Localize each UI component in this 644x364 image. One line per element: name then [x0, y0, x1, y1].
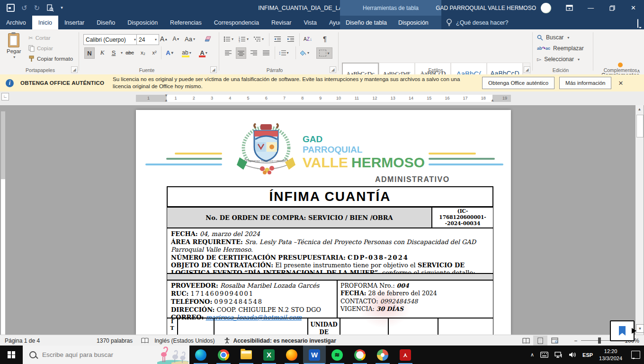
touch-keyboard-icon[interactable]: [540, 352, 548, 358]
tray-language[interactable]: ESP: [582, 352, 593, 358]
cut-button[interactable]: ✂ Cortar: [28, 33, 51, 43]
zoom-slider-thumb[interactable]: [598, 337, 601, 344]
taskbar-firefox-icon[interactable]: [280, 346, 303, 364]
show-marks-button[interactable]: ¶: [320, 34, 330, 44]
tab-disposicion-tabla[interactable]: Disposición: [393, 16, 434, 29]
undo-icon[interactable]: ↺: [21, 4, 27, 11]
document-page[interactable]: VALLE HERMOSO TURÍSTICO Y PRODUCTIVO GAD…: [136, 110, 511, 335]
print-preview-icon[interactable]: [46, 4, 54, 12]
zoom-out-icon[interactable]: −: [574, 337, 577, 344]
save-icon[interactable]: [7, 4, 15, 12]
scrollbar-thumb[interactable]: [636, 115, 644, 137]
highlight-button[interactable]: ab ▾: [182, 47, 191, 58]
tray-show-hidden-icon[interactable]: ∧: [530, 352, 534, 358]
borders-button[interactable]: ▾: [316, 47, 332, 59]
dismiss-warning-icon[interactable]: ✕: [618, 80, 623, 87]
superscript-button[interactable]: x²: [150, 47, 159, 58]
format-painter-button[interactable]: Copiar formato: [28, 54, 73, 64]
tab-inicio[interactable]: Inicio: [32, 16, 58, 29]
more-info-button[interactable]: Más información: [559, 77, 611, 89]
taskbar-word-icon[interactable]: W: [303, 346, 326, 364]
scroll-down-icon[interactable]: ▼: [636, 324, 644, 333]
tab-referencias[interactable]: Referencias: [164, 16, 208, 29]
vertical-scrollbar[interactable]: ▲ ▼: [635, 105, 644, 335]
tab-stop-selector[interactable]: ∟: [1, 93, 9, 100]
proofing-icon[interactable]: [141, 337, 149, 344]
shading-button[interactable]: ▾: [299, 47, 309, 58]
accessibility-icon[interactable]: [224, 337, 231, 344]
tab-vista[interactable]: Vista: [297, 16, 323, 29]
justify-button[interactable]: [261, 47, 271, 58]
close-button[interactable]: ✕: [623, 0, 644, 16]
first-line-indent-marker[interactable]: ▼: [164, 94, 168, 98]
account-avatar[interactable]: [541, 3, 551, 13]
horizontal-ruler[interactable]: 1 123456789101112131415161718 19 ▼ ▲ ▲: [136, 95, 511, 102]
increase-indent-button[interactable]: [286, 34, 295, 44]
collapse-ribbon-icon[interactable]: ∧: [637, 68, 640, 73]
paragraph-dialog-launcher-icon[interactable]: ◢: [330, 66, 336, 73]
font-dialog-launcher-icon[interactable]: ◢: [210, 66, 217, 73]
copy-button[interactable]: Copiar: [28, 44, 53, 53]
find-button[interactable]: Buscar ▾: [537, 34, 569, 41]
web-layout-icon[interactable]: [547, 336, 562, 346]
hanging-indent-marker[interactable]: ▲: [164, 99, 168, 102]
ribbon-display-options-icon[interactable]: [559, 0, 580, 16]
taskbar-chrome-profile-icon[interactable]: [349, 346, 371, 364]
align-left-button[interactable]: [224, 47, 233, 58]
network-icon[interactable]: [555, 352, 563, 358]
bullets-button[interactable]: ▾: [224, 34, 233, 44]
vertical-ruler[interactable]: 321 123456: [1, 111, 5, 335]
taskbar-excel-icon[interactable]: X: [258, 346, 280, 364]
taskbar-acrobat-icon[interactable]: ⋏: [394, 346, 417, 364]
tab-disposicion[interactable]: Disposición: [121, 16, 164, 29]
shrink-font-button[interactable]: A▼: [171, 34, 181, 44]
font-family-combo[interactable]: Calibri (Cuerpo) ▾: [83, 34, 138, 45]
grow-font-button[interactable]: A▲: [159, 34, 169, 44]
taskbar-search[interactable]: [23, 346, 189, 364]
search-input[interactable]: [41, 351, 152, 359]
clipboard-dialog-launcher-icon[interactable]: ◢: [71, 66, 78, 73]
align-right-button[interactable]: [249, 47, 259, 58]
paste-button[interactable]: Pegar ▾: [4, 31, 24, 61]
word-count[interactable]: 1370 palabras: [97, 337, 133, 344]
tab-diseno-de-tabla[interactable]: Diseño de tabla: [340, 16, 393, 29]
action-center-icon[interactable]: [631, 351, 640, 359]
taskbar-spotify-icon[interactable]: ≋: [326, 346, 349, 364]
restore-button[interactable]: [601, 0, 623, 16]
taskbar-explorer-icon[interactable]: [235, 346, 258, 364]
styles-dialog-launcher-icon[interactable]: ◢: [524, 66, 530, 73]
taskbar-paint-icon[interactable]: [371, 346, 394, 364]
get-office-button[interactable]: Obtenga Office auténtico: [482, 77, 555, 89]
clear-formatting-button[interactable]: [204, 34, 213, 44]
taskbar-edge-icon[interactable]: [189, 346, 212, 364]
volume-icon[interactable]: [569, 352, 576, 358]
italic-button[interactable]: K: [98, 47, 107, 58]
print-layout-icon[interactable]: [533, 336, 547, 346]
tell-me-box[interactable]: ¿Qué desea hacer?: [446, 16, 509, 29]
minimize-button[interactable]: —: [580, 0, 601, 16]
redo-icon[interactable]: ↻: [34, 4, 40, 11]
underline-caret[interactable]: ▾: [116, 47, 126, 58]
language-indicator[interactable]: Inglés (Estados Unidos): [154, 337, 215, 344]
font-color-button[interactable]: A ▾: [199, 47, 208, 58]
tab-diseno[interactable]: Diseño: [90, 16, 121, 29]
taskbar-chrome-icon[interactable]: [212, 346, 235, 364]
document-canvas[interactable]: 321 123456 VALLE HERMOSO TURÍSTICO Y PRO…: [0, 105, 644, 335]
strikethrough-button[interactable]: abc: [125, 47, 134, 58]
bold-button[interactable]: N: [84, 47, 95, 59]
multilevel-list-button[interactable]: ▾: [254, 34, 264, 44]
subscript-button[interactable]: x₂: [138, 47, 148, 58]
start-button[interactable]: [0, 346, 23, 364]
align-center-button[interactable]: [236, 47, 246, 59]
right-indent-marker[interactable]: ▲: [491, 99, 494, 102]
search-highlight-birds-image[interactable]: [157, 346, 188, 364]
tray-clock[interactable]: 12:20 13/3/2024: [599, 348, 622, 362]
text-effects-button[interactable]: A▾: [165, 47, 174, 58]
font-size-combo[interactable]: 24 ▾: [136, 34, 159, 45]
tab-archivo[interactable]: Archivo: [0, 16, 32, 29]
tab-insertar[interactable]: Insertar: [58, 16, 90, 29]
line-spacing-button[interactable]: ↕ ▾: [278, 47, 289, 58]
change-case-button[interactable]: Aa ▾: [185, 34, 195, 44]
page-indicator[interactable]: Página 1 de 4: [5, 337, 40, 344]
account-name[interactable]: GAD PARROQUIAL VALLE HERMOSO: [436, 5, 536, 11]
